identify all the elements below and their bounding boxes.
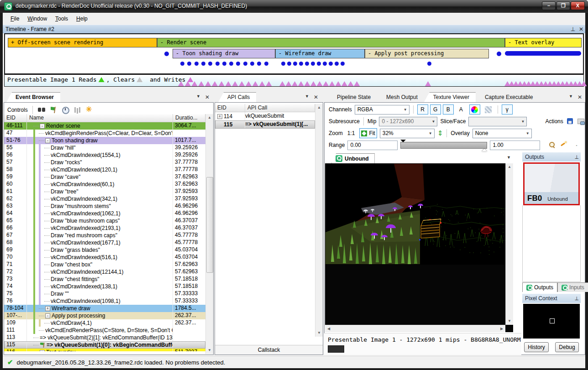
table-row[interactable]: 71Draw "chest box"57.62963 (4, 261, 205, 268)
table-row[interactable]: 61Draw "tree"37.92593 (4, 188, 205, 195)
draw-event-dot[interactable] (293, 62, 297, 66)
menu-help[interactable]: Help (72, 14, 92, 23)
write-marker-triangle[interactable] (246, 81, 252, 86)
table-row[interactable]: 47vkCmdBeginRenderPass(C=Clear, D=Clear,… (4, 130, 205, 137)
tab-mesh-output[interactable]: Mesh Output (377, 92, 424, 102)
write-marker-triangle[interactable] (298, 81, 304, 86)
maximize-button[interactable]: ❐ (556, 1, 570, 10)
expand-icon[interactable]: + (217, 114, 222, 119)
write-marker-triangle[interactable] (354, 81, 360, 86)
tab-event-browser[interactable]: Event Browser (6, 92, 60, 102)
chevron-down-icon[interactable]: ▼ (569, 94, 573, 100)
table-row[interactable]: 76vkCmdDrawIndexed(1098,1)57.33333 (4, 297, 205, 305)
texture-image-viewport[interactable]: ▲ ▼ ◀ ▶ (325, 163, 513, 332)
chevron-down-icon[interactable]: ▼ (507, 155, 511, 160)
table-row[interactable]: 115=> vkQueueSubmit(1)[... (215, 120, 315, 129)
pixel-context-view[interactable] (523, 304, 580, 339)
table-row[interactable]: 65Draw "blue mushroom caps"46.37037 (4, 217, 205, 224)
table-row[interactable]: 109vkCmdDraw(4,1)262.37... (4, 319, 205, 327)
autofit-wand-icon[interactable] (559, 141, 567, 149)
find-event-icon[interactable] (37, 106, 46, 114)
range-min-field[interactable]: 0.00 (347, 141, 398, 150)
event-browser-table-header[interactable]: EID Name Duratio... (4, 114, 205, 122)
chevron-down-icon[interactable]: ▼ (305, 94, 309, 100)
table-row[interactable]: 62vkCmdDrawIndexed(342,1)37.92593 (4, 195, 205, 203)
tab-texture-unbound[interactable]: Unbound (331, 153, 375, 163)
table-row[interactable]: 73Draw "chest fittings"57.18518 (4, 276, 205, 283)
zoom-1to1-button[interactable]: 1:1 (346, 128, 357, 138)
write-marker-triangle[interactable] (310, 81, 316, 86)
draw-event-dot[interactable] (264, 62, 268, 66)
close-icon[interactable]: ✕ (314, 94, 318, 100)
debug-button[interactable]: Debug (555, 342, 579, 352)
table-row[interactable]: 67Draw "red mushroom caps"45.77778 (4, 232, 205, 239)
pin-icon[interactable]: ⊥ (574, 154, 579, 160)
range-min-handle[interactable] (400, 140, 406, 145)
collapse-icon[interactable]: - (45, 313, 50, 318)
tab-outputs[interactable]: Outputs (522, 282, 557, 292)
timeline-marker-bar[interactable]: + Off-screen scene rendering (8, 38, 157, 47)
expand-icon[interactable]: + (40, 350, 45, 352)
select-columns-icon[interactable] (73, 106, 81, 114)
write-marker-triangle[interactable] (239, 81, 245, 86)
draw-event-dot[interactable] (243, 62, 247, 66)
write-marker-triangle[interactable] (205, 81, 211, 86)
flip-y-icon[interactable]: ⇕ (437, 129, 443, 137)
draw-event-dot[interactable] (222, 62, 226, 66)
pin-icon[interactable]: ⊥ (574, 296, 579, 302)
timeline-marker-bar[interactable]: - Wireframe draw (275, 49, 365, 58)
table-row[interactable]: +114vkQueueSubmit (215, 112, 315, 120)
zoom-dropdown[interactable]: 32%▼ (380, 129, 435, 138)
draw-event-dot[interactable] (215, 62, 220, 66)
table-row[interactable]: 68vkCmdDrawIndexed(1677,1)45.77778 (4, 239, 205, 246)
draw-event-dot[interactable] (341, 62, 345, 66)
callstack-section[interactable]: Callstack (215, 345, 323, 354)
draw-event-dot[interactable] (281, 62, 285, 66)
timeline-marker-bar[interactable]: - Text overlay (505, 38, 582, 47)
bookmark-icon[interactable] (49, 106, 58, 114)
overflow-button[interactable]: ⹀ (576, 143, 577, 148)
write-marker-triangle[interactable] (317, 81, 323, 86)
write-marker-triangle[interactable] (232, 81, 238, 86)
table-row[interactable]: 113=> vkQueueSubmit(2)[1]: vkEndCommandB… (4, 334, 205, 341)
draw-event-dot[interactable] (305, 62, 309, 66)
alpha-checker-button[interactable] (483, 104, 494, 115)
table-row[interactable]: 75Draw ""57.33333 (4, 290, 205, 297)
close-icon[interactable]: ✕ (578, 94, 582, 100)
tab-pipeline-state[interactable]: Pipeline State (328, 92, 377, 102)
table-row[interactable]: 107-...-Apply post processing262.37... (4, 312, 205, 319)
time-draws-icon[interactable] (61, 106, 69, 114)
channel-g-button[interactable]: G (430, 104, 441, 115)
pixel-context-header[interactable]: Pixel Context⊥ (522, 294, 581, 303)
write-marker-triangle[interactable] (219, 81, 225, 86)
table-row[interactable]: 51-76-Toon shading draw1017.7... (4, 137, 205, 144)
write-marker-triangle[interactable] (279, 81, 285, 86)
colorwheel-button[interactable] (469, 104, 480, 115)
gamma-button[interactable]: γ (502, 104, 513, 115)
draw-event-dot[interactable] (427, 62, 431, 66)
draw-event-dot[interactable] (229, 62, 233, 66)
table-row[interactable]: 115=> vkQueueSubmit(1)[0]: vkBeginComman… (4, 341, 205, 349)
write-marker-triangle[interactable] (286, 81, 292, 86)
draw-event-dot[interactable] (317, 62, 321, 66)
table-row[interactable]: 57Draw "rocks"37.77778 (4, 159, 205, 166)
channels-dropdown[interactable]: RGBA▼ (355, 105, 410, 115)
table-row[interactable]: 66vkCmdDrawIndexed(2193,1)46.37037 (4, 224, 205, 232)
timeline-marker-bar[interactable]: - Toon shading draw (173, 49, 275, 58)
draw-event-dot[interactable] (187, 62, 191, 66)
table-row[interactable]: 69Draw "grass blades"45.03704 (4, 246, 205, 254)
open-image-icon[interactable] (577, 117, 585, 125)
collapse-icon[interactable]: - (45, 138, 50, 143)
write-marker-triangle[interactable] (329, 81, 335, 86)
draw-event-dot[interactable] (323, 62, 327, 66)
close-icon[interactable]: ✕ (205, 94, 210, 100)
write-marker-triangle[interactable] (226, 81, 231, 86)
table-row[interactable]: 78-104+Wireframe draw1784.5... (4, 305, 205, 312)
table-row[interactable]: 72vkCmdDrawIndexed(12144,1)57.62963 (4, 268, 205, 276)
range-slider[interactable] (400, 142, 487, 149)
close-button[interactable]: X (571, 1, 585, 10)
pin-icon[interactable]: ⊥ (569, 26, 577, 32)
write-marker-triangle[interactable] (335, 81, 341, 86)
table-row[interactable]: 58vkCmdDrawIndexed(120,1)37.77778 (4, 166, 205, 173)
draw-event-dot[interactable] (208, 62, 212, 66)
